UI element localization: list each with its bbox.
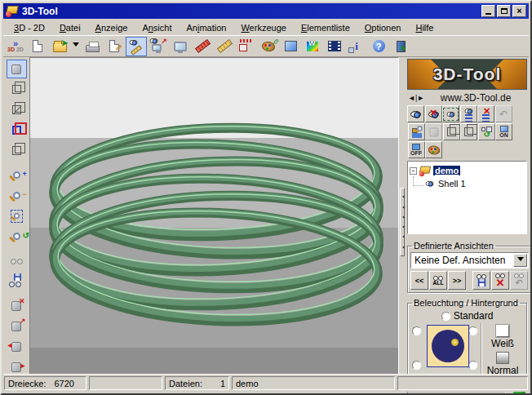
search-tree-button[interactable] bbox=[408, 123, 425, 140]
animation-button[interactable] bbox=[324, 37, 345, 56]
undo-visibility-button[interactable]: ↶ bbox=[495, 105, 512, 122]
red-ruler-button[interactable] bbox=[192, 37, 213, 56]
hidden-line-cube-icon bbox=[12, 85, 21, 94]
explode-view-button[interactable] bbox=[280, 37, 301, 56]
light-position-area bbox=[410, 323, 481, 377]
transparent-view-button[interactable] bbox=[7, 141, 27, 160]
eyes-icon bbox=[477, 274, 486, 278]
lighting-group: Beleuchtung / Hintergrund Standard bbox=[407, 298, 527, 380]
wireframe-view-button[interactable] bbox=[7, 100, 27, 119]
save-defined-view-button[interactable] bbox=[472, 271, 490, 290]
save-view-button[interactable] bbox=[7, 272, 27, 291]
menu-ansicht[interactable]: Ansicht bbox=[135, 21, 179, 34]
show-in-list-button[interactable] bbox=[460, 105, 477, 122]
show-all-button[interactable] bbox=[407, 105, 424, 122]
normal-background-button[interactable] bbox=[496, 352, 509, 364]
edit-notes-button[interactable]: ✎ bbox=[104, 37, 125, 56]
splitter-collapse-handle[interactable] bbox=[400, 188, 405, 256]
new-file-icon bbox=[33, 40, 42, 52]
zoom-fit-button[interactable]: ↺ bbox=[7, 227, 27, 246]
menu-elementliste[interactable]: Elementliste bbox=[294, 21, 357, 34]
menu-3d-2d[interactable]: 3D - 2D bbox=[7, 21, 52, 34]
menu-datei[interactable]: Datei bbox=[52, 21, 88, 34]
load-view-button[interactable] bbox=[7, 251, 27, 270]
wall-thickness-button[interactable]: W bbox=[302, 37, 323, 56]
open-file-button[interactable]: ➤ bbox=[49, 37, 70, 56]
delete-defined-view-button[interactable]: ✕ bbox=[491, 271, 509, 290]
dimension-tool-button[interactable] bbox=[236, 37, 257, 56]
maximize-icon bbox=[501, 8, 508, 14]
standard-light-radio[interactable] bbox=[441, 312, 450, 321]
website-row: ◄|► www.3D-Tool.de bbox=[407, 91, 527, 104]
show-selected-button[interactable] bbox=[442, 105, 459, 122]
tree-root-row[interactable]: − demo bbox=[410, 164, 525, 177]
background-on-button[interactable]: ON bbox=[495, 123, 512, 140]
panel-splitter[interactable] bbox=[399, 57, 406, 372]
paint-colors-button[interactable]: ✎ bbox=[258, 37, 279, 56]
capture-view-button[interactable]: ↗ bbox=[148, 37, 169, 56]
view-right-button[interactable]: ► bbox=[7, 357, 27, 372]
hide-all-button[interactable]: ✕ bbox=[425, 105, 442, 122]
light-bottom-left-radio[interactable] bbox=[412, 361, 421, 370]
light-bottom-right-radio[interactable] bbox=[468, 361, 477, 370]
measure-visibility-button[interactable] bbox=[126, 37, 147, 56]
defined-views-dropdown[interactable]: Keine Def. Ansichten bbox=[410, 252, 529, 269]
filename-cell: demo bbox=[232, 376, 395, 390]
white-background-button[interactable] bbox=[496, 325, 509, 337]
shaded-view-button[interactable] bbox=[7, 60, 27, 78]
help-icon: ? bbox=[373, 40, 385, 52]
light-top-right-radio[interactable] bbox=[468, 326, 477, 335]
panel-resize-icon[interactable]: ◄|► bbox=[408, 94, 424, 102]
info-button[interactable]: i bbox=[346, 37, 367, 56]
menu-werkzeuge[interactable]: Werkzeuge bbox=[233, 21, 293, 34]
tree-child-row[interactable]: Shell 1 bbox=[410, 177, 525, 190]
minimize-button[interactable] bbox=[481, 5, 495, 17]
help-button[interactable]: ? bbox=[368, 37, 389, 56]
restore-view-button[interactable]: ↶ bbox=[510, 271, 528, 290]
tree-child-label[interactable]: Shell 1 bbox=[438, 179, 466, 189]
view-iso-button[interactable]: ✕ bbox=[7, 296, 27, 315]
refresh-elements-button[interactable]: ↺ bbox=[478, 123, 495, 140]
light-top-left-radio[interactable] bbox=[412, 326, 421, 335]
zoom-in-button[interactable]: + bbox=[7, 166, 27, 184]
monitor-display-button[interactable] bbox=[170, 37, 191, 56]
triangles-value: 6720 bbox=[54, 379, 73, 388]
next-view-button[interactable]: >> bbox=[448, 271, 466, 290]
dropdown-button[interactable] bbox=[513, 254, 527, 267]
3d-2d-switch-button[interactable]: » 3D 2D bbox=[5, 37, 26, 56]
new-file-button[interactable] bbox=[27, 37, 48, 56]
zoom-fit-icon: ↺ bbox=[13, 233, 20, 240]
collapse-icon[interactable]: − bbox=[410, 167, 417, 175]
hidden-line-view-button[interactable] bbox=[7, 80, 27, 99]
menu-hilfe[interactable]: Hilfe bbox=[408, 21, 441, 34]
menu-optionen[interactable]: Optionen bbox=[357, 21, 409, 34]
hidden-line-cube-icon bbox=[447, 127, 456, 136]
menu-animation[interactable]: Animation bbox=[179, 21, 233, 34]
view-front-button[interactable]: ↗ bbox=[7, 317, 27, 335]
website-link[interactable]: www.3D-Tool.de bbox=[424, 92, 527, 104]
light-preview[interactable] bbox=[427, 325, 469, 367]
hide-in-list-button[interactable]: ✕ bbox=[477, 105, 494, 122]
exit-button[interactable] bbox=[390, 37, 411, 56]
wireframe-elements-button[interactable] bbox=[460, 123, 477, 140]
close-icon: × bbox=[516, 7, 521, 16]
maximize-button[interactable] bbox=[497, 5, 511, 17]
colored-edges-view-button[interactable] bbox=[7, 121, 27, 140]
show-all-views-button[interactable]: ALL bbox=[429, 271, 447, 290]
menu-bar: 3D - 2D Datei Anzeige Ansicht Animation … bbox=[3, 20, 529, 35]
previous-view-button[interactable]: << bbox=[410, 271, 428, 290]
print-button[interactable] bbox=[82, 37, 103, 56]
menu-anzeige[interactable]: Anzeige bbox=[88, 21, 135, 34]
zoom-out-button[interactable]: − bbox=[7, 186, 27, 205]
close-button[interactable]: × bbox=[512, 5, 526, 17]
measure-ruler-button[interactable] bbox=[214, 37, 235, 56]
shaded-elements-button[interactable] bbox=[425, 123, 442, 140]
tree-root-label[interactable]: demo bbox=[433, 166, 460, 175]
3d-viewport[interactable] bbox=[29, 57, 399, 375]
hidden-line-elements-button[interactable] bbox=[443, 123, 460, 140]
zoom-window-button[interactable] bbox=[7, 206, 27, 225]
background-off-button[interactable]: OFF bbox=[408, 141, 425, 158]
view-left-button[interactable]: ◄ bbox=[7, 337, 27, 356]
element-colors-button[interactable] bbox=[425, 141, 442, 158]
open-file-dropdown[interactable] bbox=[71, 37, 81, 56]
